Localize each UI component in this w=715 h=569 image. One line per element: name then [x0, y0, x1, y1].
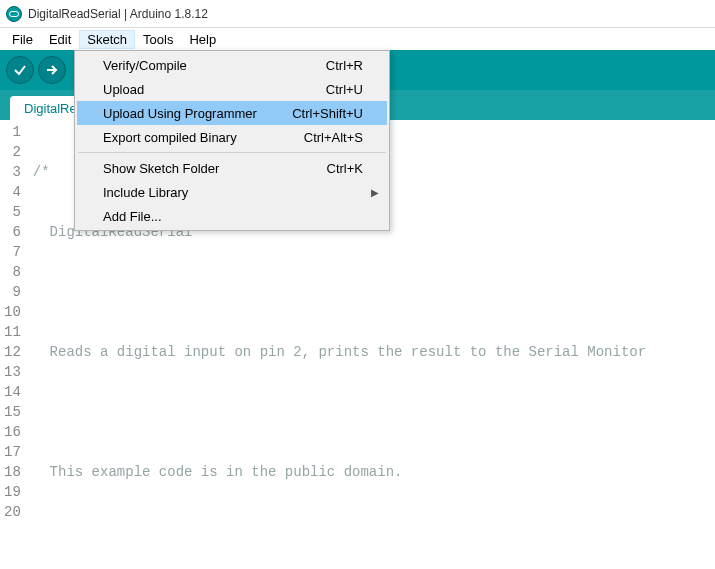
upload-button[interactable]: [38, 56, 66, 84]
menu-file[interactable]: File: [4, 30, 41, 49]
menu-sketch[interactable]: Sketch: [79, 30, 135, 49]
menu-export-binary[interactable]: Export compiled BinaryCtrl+Alt+S: [77, 125, 387, 149]
menu-tools[interactable]: Tools: [135, 30, 181, 49]
menubar: File Edit Sketch Tools Help: [0, 28, 715, 50]
menu-show-sketch-folder[interactable]: Show Sketch FolderCtrl+K: [77, 156, 387, 180]
titlebar: DigitalReadSerial | Arduino 1.8.12: [0, 0, 715, 28]
verify-button[interactable]: [6, 56, 34, 84]
window-title: DigitalReadSerial | Arduino 1.8.12: [28, 7, 208, 21]
menu-edit[interactable]: Edit: [41, 30, 79, 49]
menu-verify-compile[interactable]: Verify/CompileCtrl+R: [77, 53, 387, 77]
menu-upload[interactable]: UploadCtrl+U: [77, 77, 387, 101]
arduino-logo-icon: [6, 6, 22, 22]
menu-separator: [78, 152, 386, 153]
menu-help[interactable]: Help: [181, 30, 224, 49]
menu-add-file[interactable]: Add File...: [77, 204, 387, 228]
submenu-arrow-icon: ▶: [371, 187, 379, 198]
menu-include-library[interactable]: Include Library▶: [77, 180, 387, 204]
line-gutter: 1234567891011121314151617181920: [0, 120, 29, 569]
menu-upload-using-programmer[interactable]: Upload Using ProgrammerCtrl+Shift+U: [77, 101, 387, 125]
sketch-dropdown: Verify/CompileCtrl+R UploadCtrl+U Upload…: [74, 50, 390, 231]
